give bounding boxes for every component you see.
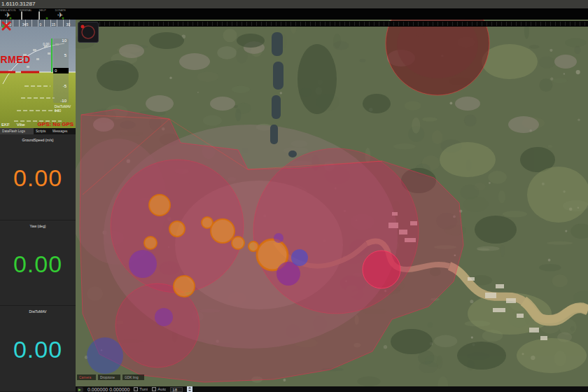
warning-zone-circle bbox=[248, 241, 258, 251]
warning-zone-circle bbox=[174, 276, 195, 297]
menu-simulation[interactable]: SIMULATION ✈ bbox=[2, 8, 13, 19]
vibe-label[interactable]: Vibe bbox=[17, 122, 25, 127]
map-menu-icon[interactable] bbox=[77, 387, 83, 392]
danger-zone-circle bbox=[291, 249, 308, 266]
warning-zone-circle bbox=[232, 237, 244, 249]
map-label: GDK Img bbox=[125, 376, 139, 379]
zoom-spinner[interactable] bbox=[187, 386, 192, 392]
flightdata-tabstrip: DataFlash Logs Scripts Messages bbox=[0, 128, 76, 134]
monitor-help-icon bbox=[38, 12, 47, 19]
warning-zone-circle bbox=[169, 221, 185, 237]
tab-dataflash-logs[interactable]: DataFlash Logs bbox=[0, 128, 34, 134]
titlebar[interactable]: 1.6110.31287 bbox=[0, 0, 588, 8]
compass-icon bbox=[78, 22, 98, 42]
left-panel: 330345 015 30 DISARMED 0.00 10 5 0 -5 -1… bbox=[0, 20, 76, 392]
gauge-yaw[interactable]: Yaw (deg) 0.00 bbox=[0, 220, 76, 307]
gauge-disttomav[interactable]: DistToMAV 0.00 bbox=[0, 306, 76, 392]
window-title: 1.6110.31287 bbox=[1, 1, 35, 7]
arm-status-text: DISARMED bbox=[0, 54, 31, 65]
cursor-coordinates: 0.000000 0.000000 bbox=[88, 387, 130, 392]
map-label: Dropzone bbox=[100, 376, 115, 379]
danger-zone-circle bbox=[129, 250, 157, 278]
prohibited-zone-circle bbox=[363, 251, 400, 288]
gauge-disttomav-value: 0.00 bbox=[0, 336, 76, 363]
danger-zone-circle bbox=[87, 337, 123, 374]
map-overlay-labels: Camera Dropzone GDK Img bbox=[77, 374, 144, 380]
hud[interactable]: 330345 015 30 DISARMED 0.00 10 5 0 -5 -1… bbox=[0, 20, 76, 128]
gauge-groundspeed-value: 0.00 bbox=[0, 164, 76, 192]
dist-to-mav-readout: DistToMAV 0.00 bbox=[55, 105, 74, 113]
map-statusbar: 0.000000 0.000000 Tuning Auto Pan 18 bbox=[76, 386, 588, 392]
checkbox-icon bbox=[134, 387, 138, 391]
vertical-speed-bar bbox=[51, 38, 52, 72]
map-zoom-slider[interactable] bbox=[80, 21, 588, 27]
mission-planner-window: 1.6110.31287 SIMULATION ✈ TERMINAL HELP … bbox=[0, 0, 588, 392]
menu-help[interactable]: HELP bbox=[37, 8, 48, 19]
plane-donate-icon: ✈ bbox=[57, 12, 63, 19]
quick-gauges: GroundSpeed (m/s) 0.00 Yaw (deg) 0.00 Di… bbox=[0, 134, 76, 392]
hud-small-value: 0.00 bbox=[43, 43, 49, 46]
monitor-icon bbox=[21, 12, 29, 19]
menu-donate[interactable]: DONATE ✈ bbox=[55, 8, 66, 19]
hud-status-row: EKF Vibe GPS: No GPS bbox=[1, 121, 74, 127]
restricted-zone-circle bbox=[253, 148, 419, 314]
ekf-label[interactable]: EKF bbox=[1, 122, 10, 127]
map-view[interactable]: Camera Dropzone GDK Img bbox=[76, 20, 588, 386]
checkbox-icon bbox=[152, 387, 156, 391]
main-menubar: SIMULATION ✈ TERMINAL HELP DONATE ✈ bbox=[0, 8, 588, 20]
map-overlay-compass[interactable] bbox=[78, 22, 99, 43]
map-label: Camera bbox=[79, 376, 91, 379]
autopan-checkbox[interactable]: Auto Pan bbox=[152, 387, 166, 391]
gps-status-text: GPS: No GPS bbox=[38, 121, 74, 127]
warning-zone-circle bbox=[144, 237, 157, 249]
zoom-level-combobox[interactable]: 18 bbox=[170, 387, 183, 392]
danger-zone-circle bbox=[155, 308, 173, 326]
altitude-current: 0 bbox=[53, 68, 69, 74]
aircraft-icon bbox=[0, 20, 13, 32]
warning-zone-circle bbox=[211, 219, 234, 243]
map-satellite-image bbox=[76, 20, 588, 386]
menu-terminal[interactable]: TERMINAL bbox=[20, 8, 31, 19]
altitude-tape: 10 5 0 -5 -10 bbox=[53, 38, 69, 103]
gauge-yaw-value: 0.00 bbox=[0, 251, 76, 278]
tab-scripts[interactable]: Scripts bbox=[34, 128, 50, 134]
gauge-groundspeed[interactable]: GroundSpeed (m/s) 0.00 bbox=[0, 134, 76, 220]
danger-zone-circle bbox=[274, 233, 284, 243]
tuning-checkbox[interactable]: Tuning bbox=[134, 387, 148, 391]
plane-icon: ✈ bbox=[5, 12, 10, 19]
warning-zone-circle bbox=[149, 195, 170, 216]
tab-messages[interactable]: Messages bbox=[50, 128, 74, 134]
